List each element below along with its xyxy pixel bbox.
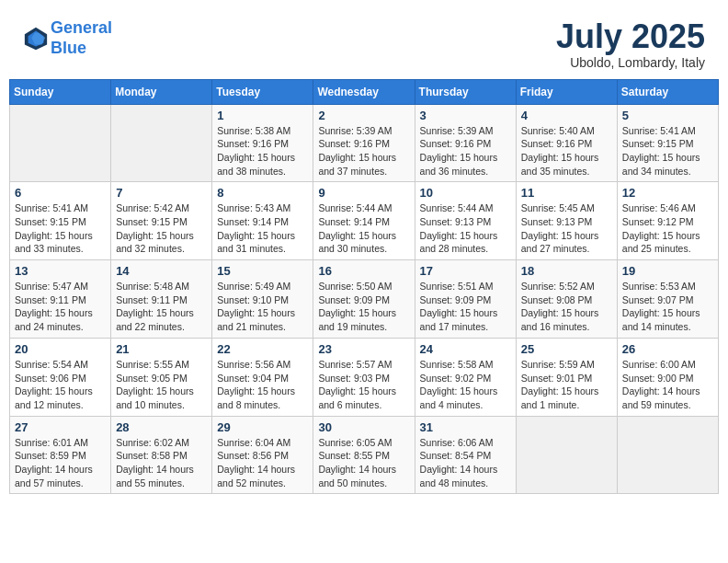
day-info: Sunrise: 6:02 AMSunset: 8:58 PMDaylight:… [116,436,207,490]
calendar-cell: 30Sunrise: 6:05 AMSunset: 8:55 PMDayligh… [313,416,415,494]
calendar-cell: 3Sunrise: 5:39 AMSunset: 9:16 PMDaylight… [415,104,516,182]
day-number: 23 [318,342,409,356]
day-number: 3 [420,109,511,122]
day-number: 9 [318,186,409,200]
day-info: Sunrise: 6:04 AMSunset: 8:56 PMDaylight:… [217,436,308,490]
day-number: 6 [15,186,106,200]
calendar-cell: 17Sunrise: 5:51 AMSunset: 9:09 PMDayligh… [415,260,516,339]
day-number: 7 [116,186,207,200]
day-info: Sunrise: 5:56 AMSunset: 9:04 PMDaylight:… [217,358,308,412]
day-number: 27 [15,420,106,434]
calendar-cell: 10Sunrise: 5:44 AMSunset: 9:13 PMDayligh… [415,182,516,260]
day-number: 15 [217,264,308,278]
calendar-cell: 16Sunrise: 5:50 AMSunset: 9:09 PMDayligh… [313,260,415,339]
day-info: Sunrise: 5:52 AMSunset: 9:08 PMDaylight:… [521,280,612,334]
calendar-week-3: 13Sunrise: 5:47 AMSunset: 9:11 PMDayligh… [10,260,719,339]
calendar-week-5: 27Sunrise: 6:01 AMSunset: 8:59 PMDayligh… [10,416,719,494]
day-number: 20 [15,342,106,356]
day-info: Sunrise: 5:57 AMSunset: 9:03 PMDaylight:… [318,358,409,412]
day-info: Sunrise: 5:46 AMSunset: 9:12 PMDaylight:… [622,201,713,256]
calendar-week-2: 6Sunrise: 5:41 AMSunset: 9:15 PMDaylight… [10,182,719,260]
day-info: Sunrise: 5:44 AMSunset: 9:14 PMDaylight:… [318,201,409,256]
calendar-week-1: 1Sunrise: 5:38 AMSunset: 9:16 PMDaylight… [10,104,719,182]
day-number: 4 [521,109,612,122]
calendar-cell: 27Sunrise: 6:01 AMSunset: 8:59 PMDayligh… [10,416,111,494]
page-header: General Blue July 2025 Uboldo, Lombardy,… [9,9,719,75]
calendar-cell: 28Sunrise: 6:02 AMSunset: 8:58 PMDayligh… [111,416,212,494]
calendar-cell [111,104,212,182]
day-info: Sunrise: 5:54 AMSunset: 9:06 PMDaylight:… [15,358,106,412]
calendar-cell: 11Sunrise: 5:45 AMSunset: 9:13 PMDayligh… [516,182,617,260]
calendar-cell: 8Sunrise: 5:43 AMSunset: 9:14 PMDaylight… [212,182,313,260]
day-number: 8 [217,186,308,200]
day-number: 12 [622,186,713,200]
calendar-cell: 9Sunrise: 5:44 AMSunset: 9:14 PMDaylight… [313,182,415,260]
calendar-cell: 15Sunrise: 5:49 AMSunset: 9:10 PMDayligh… [212,260,313,339]
day-info: Sunrise: 5:49 AMSunset: 9:10 PMDaylight:… [217,280,308,334]
day-info: Sunrise: 5:39 AMSunset: 9:16 PMDaylight:… [420,124,511,178]
calendar-table: SundayMondayTuesdayWednesdayThursdayFrid… [9,79,719,495]
day-info: Sunrise: 5:50 AMSunset: 9:09 PMDaylight:… [318,280,409,334]
weekday-header-friday: Friday [516,79,617,104]
day-info: Sunrise: 5:41 AMSunset: 9:15 PMDaylight:… [622,124,713,178]
calendar-cell: 1Sunrise: 5:38 AMSunset: 9:16 PMDaylight… [212,104,313,182]
logo: General Blue [23,18,112,58]
day-number: 17 [420,264,511,278]
calendar-cell: 19Sunrise: 5:53 AMSunset: 9:07 PMDayligh… [617,260,718,339]
calendar-cell: 4Sunrise: 5:40 AMSunset: 9:16 PMDaylight… [516,104,617,182]
calendar-header-row: SundayMondayTuesdayWednesdayThursdayFrid… [10,79,719,104]
weekday-header-monday: Monday [111,79,212,104]
weekday-header-saturday: Saturday [617,79,718,104]
day-info: Sunrise: 6:06 AMSunset: 8:54 PMDaylight:… [420,436,511,490]
day-number: 10 [420,186,511,200]
day-number: 5 [622,109,713,122]
calendar-cell: 14Sunrise: 5:48 AMSunset: 9:11 PMDayligh… [111,260,212,339]
title-section: July 2025 Uboldo, Lombardy, Italy [556,18,705,70]
day-info: Sunrise: 5:38 AMSunset: 9:16 PMDaylight:… [217,124,308,178]
calendar-cell: 22Sunrise: 5:56 AMSunset: 9:04 PMDayligh… [212,338,313,416]
calendar-cell: 24Sunrise: 5:58 AMSunset: 9:02 PMDayligh… [415,338,516,416]
calendar-cell: 18Sunrise: 5:52 AMSunset: 9:08 PMDayligh… [516,260,617,339]
day-number: 26 [622,342,713,356]
weekday-header-thursday: Thursday [415,79,516,104]
day-info: Sunrise: 6:01 AMSunset: 8:59 PMDaylight:… [15,436,106,490]
calendar-cell: 29Sunrise: 6:04 AMSunset: 8:56 PMDayligh… [212,416,313,494]
day-number: 16 [318,264,409,278]
day-number: 13 [15,264,106,278]
day-number: 14 [116,264,207,278]
calendar-cell: 5Sunrise: 5:41 AMSunset: 9:15 PMDaylight… [617,104,718,182]
logo-text: General Blue [51,18,112,58]
day-info: Sunrise: 5:41 AMSunset: 9:15 PMDaylight:… [15,201,106,256]
calendar-cell: 31Sunrise: 6:06 AMSunset: 8:54 PMDayligh… [415,416,516,494]
calendar-week-4: 20Sunrise: 5:54 AMSunset: 9:06 PMDayligh… [10,338,719,416]
day-info: Sunrise: 5:59 AMSunset: 9:01 PMDaylight:… [521,358,612,412]
day-number: 28 [116,420,207,434]
calendar-cell: 23Sunrise: 5:57 AMSunset: 9:03 PMDayligh… [313,338,415,416]
day-number: 19 [622,264,713,278]
day-number: 11 [521,186,612,200]
day-number: 30 [318,420,409,434]
calendar-cell: 20Sunrise: 5:54 AMSunset: 9:06 PMDayligh… [10,338,111,416]
calendar-cell: 12Sunrise: 5:46 AMSunset: 9:12 PMDayligh… [617,182,718,260]
weekday-header-wednesday: Wednesday [313,79,415,104]
day-number: 25 [521,342,612,356]
day-number: 29 [217,420,308,434]
day-info: Sunrise: 5:58 AMSunset: 9:02 PMDaylight:… [420,358,511,412]
calendar-cell: 2Sunrise: 5:39 AMSunset: 9:16 PMDaylight… [313,104,415,182]
calendar-cell [617,416,718,494]
day-info: Sunrise: 5:47 AMSunset: 9:11 PMDaylight:… [15,280,106,334]
day-info: Sunrise: 5:44 AMSunset: 9:13 PMDaylight:… [420,201,511,256]
day-info: Sunrise: 5:48 AMSunset: 9:11 PMDaylight:… [116,280,207,334]
day-info: Sunrise: 5:55 AMSunset: 9:05 PMDaylight:… [116,358,207,412]
location: Uboldo, Lombardy, Italy [556,55,705,70]
day-number: 31 [420,420,511,434]
day-info: Sunrise: 5:39 AMSunset: 9:16 PMDaylight:… [318,124,409,178]
day-info: Sunrise: 5:40 AMSunset: 9:16 PMDaylight:… [521,124,612,178]
calendar-cell: 26Sunrise: 6:00 AMSunset: 9:00 PMDayligh… [617,338,718,416]
day-info: Sunrise: 5:45 AMSunset: 9:13 PMDaylight:… [521,201,612,256]
day-info: Sunrise: 6:05 AMSunset: 8:55 PMDaylight:… [318,436,409,490]
day-number: 2 [318,109,409,122]
logo-icon [23,26,49,52]
day-number: 18 [521,264,612,278]
calendar-cell: 21Sunrise: 5:55 AMSunset: 9:05 PMDayligh… [111,338,212,416]
